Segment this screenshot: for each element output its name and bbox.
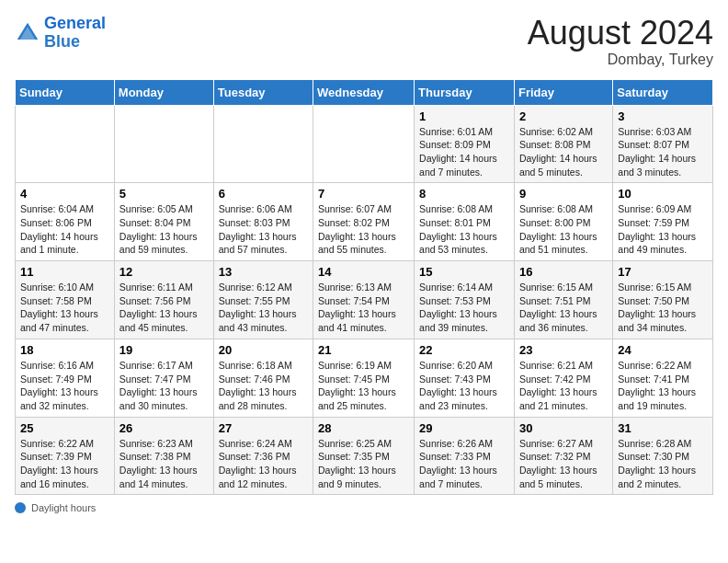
day-number: 29 xyxy=(419,421,509,435)
calendar-week-row: 4Sunrise: 6:04 AM Sunset: 8:06 PM Daylig… xyxy=(16,183,713,261)
day-number: 7 xyxy=(318,187,409,201)
footer-label: Daylight hours xyxy=(31,502,96,513)
day-info: Sunrise: 6:09 AM Sunset: 7:59 PM Dayligh… xyxy=(618,202,708,257)
day-number: 1 xyxy=(419,109,509,123)
calendar-week-row: 25Sunrise: 6:22 AM Sunset: 7:39 PM Dayli… xyxy=(16,417,713,495)
calendar-cell: 5Sunrise: 6:05 AM Sunset: 8:04 PM Daylig… xyxy=(114,183,213,261)
day-number: 6 xyxy=(219,187,308,201)
calendar-cell: 27Sunrise: 6:24 AM Sunset: 7:36 PM Dayli… xyxy=(213,417,313,495)
day-info: Sunrise: 6:11 AM Sunset: 7:56 PM Dayligh… xyxy=(119,281,209,335)
weekday-header: Tuesday xyxy=(213,79,313,105)
day-info: Sunrise: 6:21 AM Sunset: 7:42 PM Dayligh… xyxy=(519,359,608,413)
weekday-header: Thursday xyxy=(415,79,515,105)
calendar-cell: 18Sunrise: 6:16 AM Sunset: 7:49 PM Dayli… xyxy=(16,339,115,417)
day-number: 22 xyxy=(419,343,509,357)
logo-text: General Blue xyxy=(44,15,106,52)
day-number: 30 xyxy=(519,421,608,435)
weekday-header: Friday xyxy=(514,79,612,105)
calendar-cell: 20Sunrise: 6:18 AM Sunset: 7:46 PM Dayli… xyxy=(213,339,313,417)
calendar-cell xyxy=(313,105,415,183)
day-info: Sunrise: 6:28 AM Sunset: 7:30 PM Dayligh… xyxy=(618,437,708,491)
day-number: 24 xyxy=(618,343,708,357)
calendar-cell: 17Sunrise: 6:15 AM Sunset: 7:50 PM Dayli… xyxy=(613,261,713,339)
day-number: 14 xyxy=(318,265,409,279)
day-info: Sunrise: 6:25 AM Sunset: 7:35 PM Dayligh… xyxy=(318,437,409,491)
calendar-cell: 19Sunrise: 6:17 AM Sunset: 7:47 PM Dayli… xyxy=(114,339,213,417)
calendar-cell: 7Sunrise: 6:07 AM Sunset: 8:02 PM Daylig… xyxy=(313,183,415,261)
weekday-header: Monday xyxy=(114,79,213,105)
calendar-cell: 1Sunrise: 6:01 AM Sunset: 8:09 PM Daylig… xyxy=(415,105,515,183)
logo-blue: Blue xyxy=(44,32,80,51)
calendar-cell: 22Sunrise: 6:20 AM Sunset: 7:43 PM Dayli… xyxy=(415,339,515,417)
calendar-cell: 2Sunrise: 6:02 AM Sunset: 8:08 PM Daylig… xyxy=(514,105,612,183)
calendar-cell: 21Sunrise: 6:19 AM Sunset: 7:45 PM Dayli… xyxy=(313,339,415,417)
day-info: Sunrise: 6:15 AM Sunset: 7:50 PM Dayligh… xyxy=(618,281,708,335)
day-info: Sunrise: 6:06 AM Sunset: 8:03 PM Dayligh… xyxy=(219,202,308,257)
weekday-header: Wednesday xyxy=(313,79,415,105)
calendar-cell: 24Sunrise: 6:22 AM Sunset: 7:41 PM Dayli… xyxy=(613,339,713,417)
day-info: Sunrise: 6:26 AM Sunset: 7:33 PM Dayligh… xyxy=(419,437,509,491)
day-info: Sunrise: 6:13 AM Sunset: 7:54 PM Dayligh… xyxy=(318,281,409,335)
calendar-cell: 26Sunrise: 6:23 AM Sunset: 7:38 PM Dayli… xyxy=(114,417,213,495)
day-number: 8 xyxy=(419,187,509,201)
day-number: 3 xyxy=(618,109,708,123)
day-info: Sunrise: 6:08 AM Sunset: 8:01 PM Dayligh… xyxy=(419,202,509,257)
logo-general: General xyxy=(44,14,106,32)
day-info: Sunrise: 6:07 AM Sunset: 8:02 PM Dayligh… xyxy=(318,202,409,257)
calendar-cell xyxy=(213,105,313,183)
day-number: 31 xyxy=(618,421,708,435)
day-info: Sunrise: 6:27 AM Sunset: 7:32 PM Dayligh… xyxy=(519,437,608,491)
day-number: 27 xyxy=(219,421,308,435)
day-info: Sunrise: 6:15 AM Sunset: 7:51 PM Dayligh… xyxy=(519,281,608,335)
day-info: Sunrise: 6:16 AM Sunset: 7:49 PM Dayligh… xyxy=(20,359,109,413)
logo-icon xyxy=(15,20,40,46)
calendar-cell: 14Sunrise: 6:13 AM Sunset: 7:54 PM Dayli… xyxy=(313,261,415,339)
day-number: 26 xyxy=(119,421,209,435)
day-number: 20 xyxy=(219,343,308,357)
calendar-cell: 4Sunrise: 6:04 AM Sunset: 8:06 PM Daylig… xyxy=(16,183,115,261)
footer: Daylight hours xyxy=(15,502,713,513)
day-info: Sunrise: 6:12 AM Sunset: 7:55 PM Dayligh… xyxy=(219,281,308,335)
day-number: 2 xyxy=(519,109,608,123)
day-info: Sunrise: 6:01 AM Sunset: 8:09 PM Dayligh… xyxy=(419,125,509,179)
day-info: Sunrise: 6:05 AM Sunset: 8:04 PM Dayligh… xyxy=(119,202,209,257)
calendar-cell: 6Sunrise: 6:06 AM Sunset: 8:03 PM Daylig… xyxy=(213,183,313,261)
day-number: 18 xyxy=(20,343,109,357)
day-number: 10 xyxy=(618,187,708,201)
calendar-cell xyxy=(16,105,115,183)
weekday-header-row: SundayMondayTuesdayWednesdayThursdayFrid… xyxy=(16,79,713,105)
day-number: 25 xyxy=(20,421,109,435)
day-number: 11 xyxy=(20,265,109,279)
day-info: Sunrise: 6:14 AM Sunset: 7:53 PM Dayligh… xyxy=(419,281,509,335)
day-info: Sunrise: 6:23 AM Sunset: 7:38 PM Dayligh… xyxy=(119,437,209,491)
day-number: 4 xyxy=(20,187,109,201)
title-block: August 2024 Dombay, Turkey xyxy=(528,15,713,68)
calendar-cell: 10Sunrise: 6:09 AM Sunset: 7:59 PM Dayli… xyxy=(613,183,713,261)
day-number: 5 xyxy=(119,187,209,201)
calendar-cell: 28Sunrise: 6:25 AM Sunset: 7:35 PM Dayli… xyxy=(313,417,415,495)
day-number: 15 xyxy=(419,265,509,279)
calendar-cell: 13Sunrise: 6:12 AM Sunset: 7:55 PM Dayli… xyxy=(213,261,313,339)
logo: General Blue xyxy=(15,15,106,52)
day-info: Sunrise: 6:04 AM Sunset: 8:06 PM Dayligh… xyxy=(20,202,109,257)
day-number: 13 xyxy=(219,265,308,279)
day-info: Sunrise: 6:10 AM Sunset: 7:58 PM Dayligh… xyxy=(20,281,109,335)
calendar-cell: 15Sunrise: 6:14 AM Sunset: 7:53 PM Dayli… xyxy=(415,261,515,339)
day-info: Sunrise: 6:22 AM Sunset: 7:39 PM Dayligh… xyxy=(20,437,109,491)
calendar-week-row: 18Sunrise: 6:16 AM Sunset: 7:49 PM Dayli… xyxy=(16,339,713,417)
day-info: Sunrise: 6:20 AM Sunset: 7:43 PM Dayligh… xyxy=(419,359,509,413)
calendar-cell: 23Sunrise: 6:21 AM Sunset: 7:42 PM Dayli… xyxy=(514,339,612,417)
calendar-week-row: 1Sunrise: 6:01 AM Sunset: 8:09 PM Daylig… xyxy=(16,105,713,183)
day-number: 23 xyxy=(519,343,608,357)
calendar-cell xyxy=(114,105,213,183)
day-info: Sunrise: 6:18 AM Sunset: 7:46 PM Dayligh… xyxy=(219,359,308,413)
day-info: Sunrise: 6:03 AM Sunset: 8:07 PM Dayligh… xyxy=(618,125,708,179)
day-info: Sunrise: 6:24 AM Sunset: 7:36 PM Dayligh… xyxy=(219,437,308,491)
day-number: 17 xyxy=(618,265,708,279)
day-info: Sunrise: 6:19 AM Sunset: 7:45 PM Dayligh… xyxy=(318,359,409,413)
calendar-cell: 11Sunrise: 6:10 AM Sunset: 7:58 PM Dayli… xyxy=(16,261,115,339)
calendar-table: SundayMondayTuesdayWednesdayThursdayFrid… xyxy=(15,79,713,496)
day-number: 28 xyxy=(318,421,409,435)
day-number: 12 xyxy=(119,265,209,279)
calendar-cell: 12Sunrise: 6:11 AM Sunset: 7:56 PM Dayli… xyxy=(114,261,213,339)
